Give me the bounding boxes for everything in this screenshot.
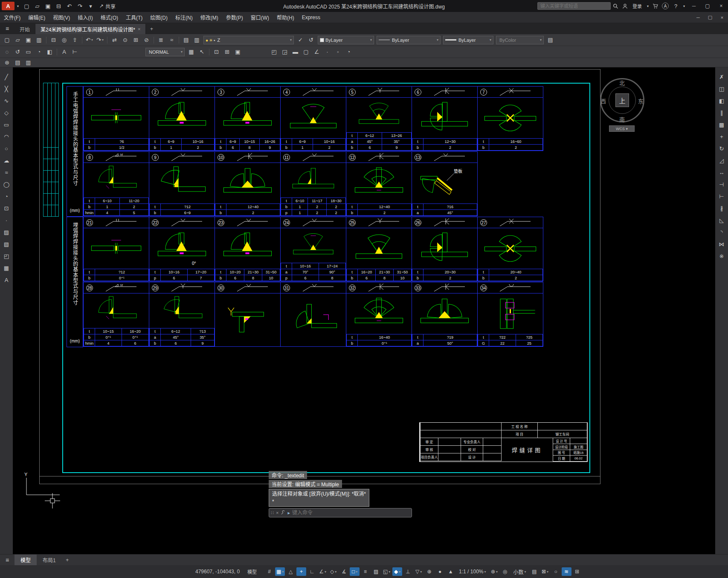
quick-properties-toggle[interactable]: ▤ [530,567,539,576]
orbit-button[interactable]: ◔ [34,47,44,56]
redraw-button[interactable]: ◌ [2,47,12,56]
gradient-tool[interactable]: ▧ [1,239,12,249]
new-drawing-button[interactable]: ▢ [22,2,32,11]
customize-wrench-icon[interactable] [281,510,285,516]
object-snap-tracking-toggle[interactable]: ∡ [339,567,349,576]
mtext-tool[interactable]: A [1,275,12,285]
dynamic-ucs-toggle[interactable]: ⊥ [403,567,413,576]
help-search-input[interactable] [537,2,611,10]
compass-top-face[interactable]: 上 [615,93,629,107]
extend-tool[interactable]: ⊢ [716,191,727,201]
app-store-cart-icon[interactable] [651,1,660,11]
redo-button[interactable]: ↷ [75,2,85,11]
menu-帮助(H)[interactable]: 帮助(H) [273,12,298,23]
qat-customize-caret[interactable]: ▾ [86,2,96,11]
tab-close-icon[interactable]: × [138,26,140,32]
regen-button[interactable]: ↺ [13,47,23,56]
maximize-button[interactable]: ▢ [701,0,714,12]
tool-palettes-button[interactable]: ▤ [13,58,23,67]
annotation-scale-button[interactable]: 1:1 / 100%▾ [456,567,488,576]
isolate-objects-button[interactable]: ○ [551,567,561,576]
signin-button[interactable]: 登录 [630,2,644,11]
menu-标注(N)[interactable]: 标注(N) [171,12,197,23]
polar-tracking-toggle[interactable]: ∠▾ [318,567,328,576]
menu-工具(T)[interactable]: 工具(T) [122,12,146,23]
linetype-combo[interactable]: ByLayer ▾ [377,36,441,44]
new-tab-button[interactable]: + [146,24,157,34]
tab-current-drawing[interactable]: 某24米跨钢结构铆工车间建筑结构设计图* × [35,24,146,34]
doc-minimize-button[interactable]: ─ [692,12,704,23]
dimension-style-button[interactable]: ⊢ [70,47,80,56]
redo-button[interactable]: ↷▾ [95,35,105,44]
save-button[interactable]: ▣ [23,35,33,44]
layer-combo[interactable]: ●☀▪ Z ▾ [203,36,294,44]
ungroup-button[interactable]: ▢ [301,47,311,56]
stretch-tool[interactable]: ↔ [716,167,727,177]
search-icon[interactable] [611,1,620,11]
layout-menu-icon[interactable]: ≡ [0,555,15,566]
selection-filtering-toggle[interactable]: ▽▾ [414,567,423,576]
compass-west-label[interactable]: 西 [600,97,606,105]
help-button[interactable]: ? [671,2,681,11]
chamfer-tool[interactable]: ◺ [716,215,727,225]
object-snap-toggle[interactable]: □▾ [350,567,360,576]
drawing-canvas[interactable]: 手工电弧焊焊接接头的基本型式与尺寸 (mm) 埋弧焊焊接接头的基本型式与尺寸 (… [13,67,715,554]
table-tool[interactable]: ▦ [1,263,12,273]
tab-overflow-menu-icon[interactable]: ≡ [0,23,15,34]
menu-窗口(W)[interactable]: 窗口(W) [247,12,273,23]
menu-文件(F)[interactable]: 文件(F) [0,12,24,23]
layer-properties-manager-button[interactable]: ▤ [181,35,191,44]
text-style-combo[interactable]: NORMAL ▾ [145,48,185,56]
ellipse-arc-tool[interactable]: ◔ [1,191,12,201]
text-style-button[interactable]: A [59,47,69,56]
plot-button[interactable]: ⊟ [54,2,64,11]
offset-tool[interactable]: ∥ [716,107,727,118]
make-object-layer-current-button[interactable]: ✓ [296,35,305,44]
list-view-button[interactable]: ▤ [545,35,555,44]
color-combo[interactable]: ByLayer ▾ [318,36,374,44]
region-tool[interactable]: ◰ [1,251,12,261]
new-layout-button[interactable]: + [62,555,73,565]
annotation-monitor-toggle[interactable]: ◎ [500,567,510,576]
erase-tool[interactable]: ✗ [716,72,727,82]
multileader-style-button[interactable]: ↖ [197,47,207,56]
line-tool[interactable]: ╱ [1,72,12,82]
block-editor-button[interactable]: ▣ [233,47,243,56]
zoom-previous-button[interactable]: ⊘ [142,35,151,44]
visual-styles-button[interactable]: ◧ [45,47,55,56]
insert-block-tool[interactable]: ⊡ [1,203,12,213]
plotstyle-combo[interactable]: ByColor ▾ [496,36,544,44]
menu-参数(P)[interactable]: 参数(P) [222,12,247,23]
menu-编辑(E)[interactable]: 编辑(E) [24,12,49,23]
hatch-tool[interactable]: ▨ [1,227,12,237]
qnew-button[interactable]: ▢ [2,35,12,44]
lock-ui-button[interactable]: ⊠▾ [540,567,550,576]
spline-tool[interactable]: ≈ [1,167,12,177]
menu-Express[interactable]: Express [298,12,324,23]
zoom-window-button[interactable]: ⊞ [131,35,141,44]
measure-button[interactable]: ∠ [312,47,322,56]
revision-cloud-tool[interactable]: ☁ [1,155,12,166]
gizmo-toggle[interactable]: ⊕ [424,567,434,576]
join-tool[interactable]: ⋈ [716,239,727,249]
compass-east-label[interactable]: 东 [638,97,644,105]
match-properties-button[interactable]: ≈ [167,35,177,44]
tab-start[interactable]: 开始 [15,24,35,34]
undo-button[interactable]: ↶ [64,2,74,11]
doc-close-button[interactable]: × [716,12,728,23]
wcs-dropdown[interactable]: WCS ▾ [609,125,635,132]
drag-grip-icon[interactable]: ∷ [271,510,274,516]
view-compass[interactable]: 北 南 西 东 上 [600,78,645,123]
move-tool[interactable]: + [716,131,727,142]
menu-视图(V)[interactable]: 视图(V) [49,12,74,23]
lineweight-combo[interactable]: ByLayer ▾ [443,36,493,44]
ellipse-tool[interactable]: ◯ [1,179,12,189]
trim-tool[interactable]: ⊣ [716,179,727,189]
point-tool[interactable]: ∙ [1,215,12,225]
circle-tool[interactable]: ○ [1,143,12,154]
menu-修改(M)[interactable]: 修改(M) [197,12,222,23]
workspace-switching-button[interactable]: ⊛▾ [489,567,499,576]
group-button[interactable]: ▬ [290,47,300,56]
array-tool[interactable]: ▩ [716,119,727,130]
save-drawing-button[interactable]: ▣ [43,2,53,11]
